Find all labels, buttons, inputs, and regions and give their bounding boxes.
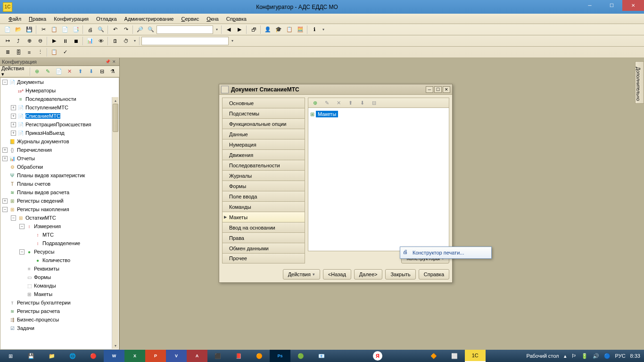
doc-tab[interactable]: Нумерация (222, 139, 305, 149)
undo-icon[interactable]: ↶ (110, 25, 120, 34)
tree-item[interactable]: −●Ресурсы (0, 247, 119, 256)
doc-back-button[interactable]: <Назад (323, 269, 351, 280)
tb2-input[interactable] (141, 37, 229, 45)
tb-1c-icon[interactable]: 1C (465, 350, 486, 362)
tree-toggle[interactable]: + (2, 156, 8, 161)
tree-item[interactable]: +📄РегистрацияПроисшествия (0, 120, 119, 129)
tree-toggle[interactable]: + (11, 114, 16, 119)
log-icon[interactable]: 📋 (284, 25, 295, 34)
filter-icon[interactable]: ⚗ (107, 67, 118, 76)
doc-close-button[interactable]: ✕ (443, 86, 450, 93)
tb3-3-icon[interactable]: ≡ (24, 48, 34, 57)
user-icon[interactable]: 👤 (263, 25, 273, 34)
tree-item[interactable]: ΨПланы видов характеристик (0, 171, 119, 180)
doc-tab[interactable]: Ввод на основании (222, 222, 305, 232)
cut-icon[interactable]: ✂ (38, 25, 49, 34)
doc-tab[interactable]: Данные (222, 129, 305, 139)
sort-icon[interactable]: ⊟ (97, 67, 107, 76)
tb-yandex-icon[interactable]: Я (373, 351, 382, 361)
tb2-3-icon[interactable]: ⊕ (24, 36, 34, 46)
minimize-button[interactable]: ─ (579, 0, 601, 11)
preview-icon[interactable]: 🔍 (96, 25, 106, 34)
calc-icon[interactable]: 🧮 (295, 25, 305, 34)
menu-admin[interactable]: Администрирование (121, 15, 178, 23)
search-icon[interactable]: 🔍 (146, 25, 156, 34)
tb3-1-icon[interactable]: ≣ (2, 48, 13, 57)
doc-titlebar[interactable]: Документ СписаниеМТС ─ ☐ ✕ (219, 84, 452, 95)
battery-icon[interactable]: 🔋 (581, 353, 588, 359)
panel-pin-icon[interactable]: 📌 (104, 58, 111, 65)
tb-ps-icon[interactable]: Ps (270, 350, 290, 362)
tree-item[interactable]: ₂₃⁴Нумераторы (0, 86, 119, 95)
doc-tab[interactable]: Последовательности (222, 160, 305, 170)
doc-down-icon[interactable]: ⬇ (357, 98, 367, 107)
network-icon[interactable]: 🔵 (604, 353, 611, 359)
doc-tab[interactable]: Основные (222, 98, 305, 108)
doc-tab[interactable]: Команды (222, 201, 305, 212)
redo-icon[interactable]: ↷ (121, 25, 131, 34)
doc-actions-button[interactable]: Действия (283, 269, 320, 280)
tb-app5-icon[interactable]: 🔶 (423, 350, 444, 362)
tb2-11-icon[interactable]: ⏱ (121, 36, 131, 46)
tree-item[interactable]: +📄ПоступлениеМТС (0, 103, 119, 112)
paste2-icon[interactable]: 📑 (71, 25, 81, 34)
search-input[interactable] (157, 25, 213, 34)
tree-item[interactable]: −⊞Регистры накопления (0, 205, 119, 214)
scrollbar[interactable]: ▴▾ (112, 97, 118, 349)
tree-item[interactable]: +📄СписаниеМТС (0, 112, 119, 120)
save-icon[interactable]: 💾 (24, 25, 34, 34)
tree-item[interactable]: ↕МТС (0, 230, 119, 239)
actions-button[interactable]: Действия ▾ (1, 66, 28, 77)
tree-toggle[interactable]: + (2, 198, 8, 204)
tree-item[interactable]: ⬚Команды (0, 281, 119, 290)
tb-app4-icon[interactable]: 📧 (311, 350, 332, 362)
tb2-dropdown[interactable]: ▾ (132, 36, 138, 46)
tree-item[interactable]: ↕Подразделение (0, 239, 119, 247)
tray-expand-icon[interactable]: ▴ (564, 353, 567, 359)
clock[interactable]: 8:33 (630, 353, 640, 359)
tree-item[interactable]: +{}Перечисления (0, 146, 119, 154)
tb3-2-icon[interactable]: 🗄 (13, 48, 24, 57)
up-icon[interactable]: ⬆ (75, 67, 85, 76)
tb2-8-icon[interactable]: 📊 (85, 36, 95, 46)
tree-item[interactable]: ☑Задачи (0, 324, 119, 332)
menu-edit[interactable]: Правка (25, 15, 50, 23)
tree-item[interactable]: ≡Последовательности (0, 95, 119, 103)
tb3-6-icon[interactable]: ✓ (60, 48, 70, 57)
tb-app2-icon[interactable]: 🟠 (249, 350, 270, 362)
tree-item[interactable]: ⇶Бизнес-процессы (0, 315, 119, 324)
menu-service[interactable]: Сервис (177, 15, 203, 23)
doc-tab[interactable]: Поле ввода (222, 191, 305, 201)
doc-tab[interactable]: Движения (222, 149, 305, 160)
tree-item[interactable]: −↕Измерения (0, 222, 119, 230)
tb-save-icon[interactable]: 💾 (21, 350, 41, 362)
tree-item[interactable]: ТПланы счетов (0, 180, 119, 188)
doc-add-icon[interactable]: ⊕ (310, 98, 320, 107)
add-icon[interactable]: ⊕ (32, 67, 42, 76)
tb2-5-icon[interactable]: ▶ (49, 36, 59, 46)
maximize-button[interactable]: ☐ (601, 0, 622, 11)
tb-app1-icon[interactable]: ⬛ (207, 350, 228, 362)
tb-excel-icon[interactable]: X (124, 350, 145, 362)
tb2-7-icon[interactable]: ⏹ (71, 36, 81, 46)
tree-item[interactable]: −📄Документы (0, 78, 119, 86)
tree-toggle[interactable]: − (19, 249, 25, 255)
search-dropdown[interactable]: ▾ (214, 25, 220, 34)
tb-app6-icon[interactable]: ⬜ (444, 350, 465, 362)
doc-tab[interactable]: Формы (222, 181, 305, 191)
tb-ppt-icon[interactable]: P (145, 350, 166, 362)
doc-tab[interactable]: Обмен данными (222, 243, 305, 253)
menu-windows[interactable]: Окна (203, 15, 223, 23)
print-constructor-item[interactable]: 🖨 Конструктор печати... (401, 248, 490, 257)
menu-file[interactable]: Файл (5, 15, 25, 23)
tb-pdf-icon[interactable]: 📕 (228, 350, 249, 362)
tb-access-icon[interactable]: A (187, 350, 207, 362)
tree-toggle[interactable]: − (2, 80, 8, 85)
tree-item[interactable]: ≋Планы видов расчета (0, 188, 119, 197)
back-icon[interactable]: ◀ (223, 25, 234, 34)
doc-tab[interactable]: Макеты (222, 212, 305, 222)
tb2-6-icon[interactable]: ⏸ (60, 36, 70, 46)
tb-explorer-icon[interactable]: 📁 (41, 350, 62, 362)
config-tree[interactable]: −📄Документы₂₃⁴Нумераторы≡Последовательно… (0, 77, 119, 350)
menu-config[interactable]: Конфигурация (50, 15, 92, 23)
